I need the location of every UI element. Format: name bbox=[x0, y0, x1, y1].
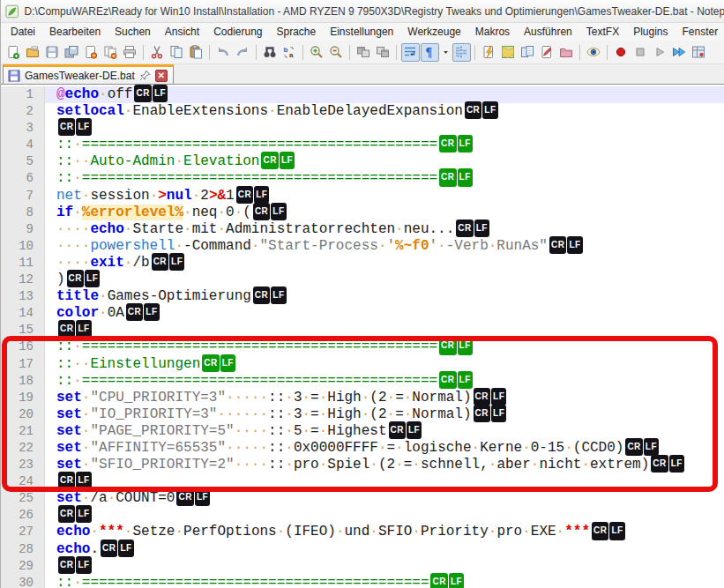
line-number[interactable]: 14 bbox=[1, 305, 45, 322]
menu-einstellungen[interactable]: Einstellungen bbox=[323, 24, 400, 40]
dropdown-arrow-button[interactable] bbox=[440, 43, 452, 62]
line-number[interactable]: 28 bbox=[1, 541, 45, 558]
code-text[interactable]: ::·=====================================… bbox=[45, 339, 724, 355]
close-button[interactable] bbox=[82, 43, 101, 62]
code-text[interactable]: set·"IO_PRIORITY=3"······::·3·=·High·(2·… bbox=[45, 406, 724, 423]
indent-guide-button[interactable] bbox=[452, 43, 471, 62]
macro-record-button[interactable] bbox=[612, 43, 631, 62]
code-text[interactable]: CRLF bbox=[45, 473, 724, 490]
code-text[interactable]: echo.CRLF bbox=[45, 541, 724, 558]
code-text[interactable]: ····echo·Starte·mit·Administratorrechten… bbox=[45, 221, 724, 238]
line-number[interactable]: 23 bbox=[1, 457, 45, 473]
line-number[interactable]: 24 bbox=[1, 473, 45, 490]
code-text[interactable]: color·0ACRLF bbox=[45, 305, 724, 322]
paste-button[interactable] bbox=[187, 43, 205, 62]
line-number[interactable]: 12 bbox=[1, 272, 45, 288]
replace-button[interactable]: ba bbox=[280, 43, 299, 62]
save-button[interactable] bbox=[43, 43, 62, 62]
line-number[interactable]: 26 bbox=[1, 507, 45, 524]
column-editor-button[interactable] bbox=[538, 43, 556, 62]
line-number[interactable]: 16 bbox=[1, 339, 45, 355]
line-number[interactable]: 6 bbox=[1, 170, 45, 187]
macro-play-button[interactable] bbox=[651, 43, 669, 62]
code-editor[interactable]: 1@echo·offCRLF2setlocal·EnableExtensions… bbox=[1, 85, 724, 588]
menu-plugins[interactable]: Plugins bbox=[626, 24, 675, 40]
code-text[interactable]: echo·***·Setze·PerfOptions·(IFEO)·und·SF… bbox=[45, 524, 724, 540]
line-number[interactable]: 9 bbox=[1, 221, 45, 238]
code-text[interactable]: set·"SFIO_PRIORITY=2"····::·pro·Spiel·(2… bbox=[45, 457, 724, 473]
new-file-button[interactable] bbox=[4, 43, 23, 62]
menu-bearbeiten[interactable]: Bearbeiten bbox=[42, 24, 108, 40]
line-number[interactable]: 30 bbox=[1, 575, 45, 588]
macro-stop-button[interactable] bbox=[631, 43, 650, 62]
zoom-out-button[interactable] bbox=[327, 43, 346, 62]
line-number[interactable]: 3 bbox=[1, 120, 45, 137]
line-number[interactable]: 21 bbox=[1, 423, 45, 440]
code-text[interactable]: set·/a·COUNT=0CRLF bbox=[45, 490, 724, 507]
open-file-button[interactable] bbox=[24, 43, 42, 62]
code-text[interactable]: set·"PAGE_PRIORITY=5"····::·5·=·HighestC… bbox=[45, 423, 724, 440]
pin-icon[interactable] bbox=[139, 70, 151, 81]
line-number[interactable]: 10 bbox=[1, 238, 45, 255]
undo-button[interactable] bbox=[214, 43, 233, 62]
sync-scroll-h-button[interactable] bbox=[374, 43, 392, 62]
code-text[interactable]: CRLF bbox=[45, 120, 724, 137]
menu-codierung[interactable]: Codierung bbox=[206, 24, 269, 40]
code-text[interactable]: ····powershell·-Command·"Start-Process·'… bbox=[45, 238, 724, 255]
code-text[interactable]: set·"AFFINITY=65535"·····::·0x0000FFFF·=… bbox=[45, 440, 724, 457]
line-number[interactable]: 29 bbox=[1, 558, 45, 575]
line-number[interactable]: 4 bbox=[1, 137, 45, 153]
code-text[interactable]: ::·=====================================… bbox=[45, 575, 724, 588]
menu-datei[interactable]: Datei bbox=[4, 24, 42, 40]
line-number[interactable]: 7 bbox=[1, 188, 45, 205]
code-text[interactable]: ::·=====================================… bbox=[45, 170, 724, 187]
close-all-button[interactable] bbox=[101, 43, 120, 62]
line-number[interactable]: 8 bbox=[1, 205, 45, 221]
line-number[interactable]: 15 bbox=[1, 322, 45, 339]
line-number[interactable]: 17 bbox=[1, 356, 45, 373]
line-number[interactable]: 1 bbox=[1, 86, 45, 103]
code-text[interactable]: setlocal·EnableExtensions·EnableDelayedE… bbox=[45, 103, 724, 120]
cut-button[interactable] bbox=[148, 43, 167, 62]
code-text[interactable]: if·%errorlevel%·neq·0·(CRLF bbox=[45, 205, 724, 221]
menu-fenster[interactable]: Fenster bbox=[675, 24, 724, 40]
line-number[interactable]: 2 bbox=[1, 103, 45, 120]
line-number[interactable]: 18 bbox=[1, 373, 45, 390]
document-switcher-button[interactable] bbox=[519, 43, 537, 62]
code-text[interactable]: CRLF bbox=[45, 322, 724, 339]
line-number[interactable]: 11 bbox=[1, 255, 45, 272]
document-map-button[interactable] bbox=[499, 43, 518, 62]
copy-button[interactable] bbox=[168, 43, 186, 62]
redo-button[interactable] bbox=[234, 43, 252, 62]
menu-textfx[interactable]: TextFX bbox=[579, 24, 626, 40]
line-number[interactable]: 5 bbox=[1, 153, 45, 170]
menu-ausfhren[interactable]: Ausführen bbox=[517, 24, 579, 40]
save-all-button[interactable] bbox=[63, 43, 81, 62]
zoom-in-button[interactable] bbox=[308, 43, 326, 62]
line-number[interactable]: 25 bbox=[1, 490, 45, 507]
menu-suchen[interactable]: Suchen bbox=[108, 24, 158, 40]
function-list-button[interactable] bbox=[480, 43, 498, 62]
tab-gamestweaker[interactable]: GamesTweaker-DE.bat ✕ bbox=[3, 64, 174, 84]
menu-sprache[interactable]: Sprache bbox=[270, 24, 324, 40]
menu-makros[interactable]: Makros bbox=[468, 24, 517, 40]
tab-close-button[interactable]: ✕ bbox=[155, 70, 168, 82]
line-number[interactable]: 20 bbox=[1, 406, 45, 423]
macro-playback-multiple-button[interactable] bbox=[670, 43, 689, 62]
show-all-characters-button[interactable]: ¶ bbox=[421, 43, 439, 62]
folder-as-workspace-button[interactable] bbox=[557, 43, 576, 62]
menu-werkzeuge[interactable]: Werkzeuge bbox=[400, 24, 467, 40]
sync-scroll-v-button[interactable] bbox=[355, 43, 373, 62]
code-text[interactable]: ::··EinstellungenCRLF bbox=[45, 356, 724, 373]
code-text[interactable]: CRLF bbox=[45, 558, 724, 575]
code-text[interactable]: set·"CPU_PRIORITY=3"·····::·3·=·High·(2·… bbox=[45, 390, 724, 406]
code-text[interactable]: ::··Auto-Admin·ElevationCRLF bbox=[45, 153, 724, 170]
monitoring-eye-button[interactable] bbox=[585, 43, 603, 62]
find-button[interactable] bbox=[261, 43, 280, 62]
code-text[interactable]: net·session·>nul·2>&1CRLF bbox=[45, 188, 724, 205]
macro-save-button[interactable] bbox=[690, 43, 708, 62]
code-text[interactable]: ::·=====================================… bbox=[45, 373, 724, 390]
code-text[interactable]: ::·=====================================… bbox=[45, 137, 724, 153]
line-number[interactable]: 22 bbox=[1, 440, 45, 457]
word-wrap-button[interactable] bbox=[401, 43, 420, 62]
